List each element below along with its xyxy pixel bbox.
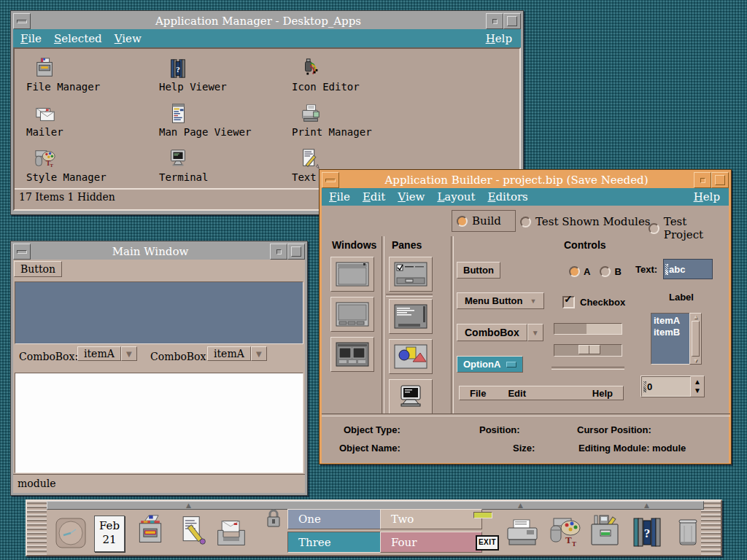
chevron-down-icon[interactable]: ▼ (121, 346, 137, 361)
menu-edit[interactable]: Edit (363, 190, 385, 203)
radio-a[interactable] (569, 266, 580, 277)
text-editor-control[interactable] (177, 514, 209, 546)
combobox-value[interactable]: itemA (207, 346, 251, 361)
subpanel-up-arrow-icon[interactable]: ▲ (644, 502, 649, 510)
app-icon-terminal[interactable]: Terminal (159, 148, 283, 183)
palette-text-pane[interactable] (389, 299, 433, 334)
text-field[interactable]: abc (663, 259, 713, 279)
panel-left-handle[interactable] (27, 501, 47, 555)
calendar-control[interactable]: Feb 21 (94, 516, 125, 552)
chevron-down-icon[interactable]: ▼ (251, 346, 267, 361)
application-manager-control[interactable] (587, 514, 622, 551)
window-menu-button[interactable] (13, 244, 31, 260)
spin-up-icon[interactable]: ▲ (694, 378, 701, 386)
radio-b[interactable] (600, 266, 611, 277)
style-manager-control[interactable]: TT (546, 516, 583, 552)
menu-selected[interactable]: Selected (54, 32, 102, 45)
sample-button[interactable]: Button (14, 261, 62, 277)
application-manager-titlebar[interactable]: Application Manager - Desktop_Apps (13, 13, 521, 29)
control-menu-button[interactable]: Menu Button ▼ (457, 292, 544, 309)
test-project-radio-group[interactable]: Test Project (649, 215, 729, 241)
spin-arrows[interactable]: ▲ ▼ (691, 376, 704, 397)
test-modules-radio[interactable] (520, 217, 531, 228)
mailer-control[interactable] (215, 517, 247, 549)
palette-draw-pane[interactable] (389, 339, 433, 374)
scroll-down-icon[interactable]: ▼ (693, 357, 699, 364)
scroll-up-icon[interactable]: ▲ (693, 314, 699, 320)
maximize-button[interactable] (503, 13, 521, 29)
palette-terminal-pane[interactable] (389, 379, 433, 414)
window-menu-button[interactable] (13, 13, 31, 29)
palette-main-window[interactable] (330, 257, 374, 292)
panel-right-handle[interactable] (701, 501, 721, 555)
subpanel-up-arrow-icon[interactable]: ▲ (518, 502, 523, 510)
control-combobox[interactable]: ComboBox ▼ (457, 324, 543, 341)
combobox[interactable]: itemA ▼ (77, 346, 137, 361)
spin-field[interactable]: 0 (641, 376, 691, 397)
app-icon-help-viewer[interactable]: ? Help Viewer (159, 58, 283, 93)
app-icon-file-manager[interactable]: File Manager (26, 58, 150, 93)
menu-view[interactable]: View (398, 190, 425, 203)
list-scrollbar[interactable]: ▲ ▼ (689, 313, 702, 365)
slider-thumb[interactable] (578, 345, 600, 354)
checkbox-group[interactable]: ✓ Checkbox (562, 296, 625, 308)
menu-layout[interactable]: Layout (437, 190, 475, 203)
app-icon-icon-editor[interactable]: Icon Editor (292, 58, 416, 93)
menubar-file[interactable]: File (470, 388, 486, 399)
text-pane[interactable] (15, 373, 303, 473)
test-modules-radio-group[interactable]: Test Shown Modules (520, 215, 650, 228)
exit-button[interactable]: EXIT (476, 535, 499, 551)
radio-a-group[interactable]: A B (569, 266, 622, 277)
trash-control[interactable] (676, 517, 700, 551)
workspace-one-button[interactable]: One (287, 509, 387, 529)
menu-help[interactable]: Help (694, 190, 720, 203)
lock-control[interactable] (266, 508, 282, 533)
palette-custom-dialog[interactable] (330, 337, 374, 372)
spin-down-icon[interactable]: ▼ (694, 387, 701, 394)
combobox[interactable]: itemA ▼ (207, 346, 267, 361)
palette-dialog-window[interactable] (330, 297, 374, 332)
checkbox[interactable]: ✓ (562, 296, 575, 308)
workspace-four-button[interactable]: Four (380, 532, 482, 553)
slider-thumb-groove (589, 346, 589, 354)
menu-help[interactable]: Help (486, 32, 512, 45)
control-button[interactable]: Button (457, 262, 500, 279)
menu-view[interactable]: View (115, 32, 142, 45)
minimize-button[interactable] (486, 13, 503, 29)
maximize-button[interactable] (711, 172, 729, 188)
list-item[interactable]: itemB (654, 327, 688, 338)
spin-box[interactable]: 0 ▲ ▼ (640, 376, 705, 397)
combobox-value[interactable]: itemA (77, 346, 121, 361)
workspace-two-button[interactable]: Two (380, 509, 482, 529)
app-icon-mailer[interactable]: Mailer (26, 103, 150, 138)
file-manager-control[interactable] (134, 514, 166, 546)
list-box[interactable]: itemA itemB (651, 313, 691, 365)
palette-control-pane[interactable] (389, 257, 433, 292)
menu-editors[interactable]: Editors (488, 190, 528, 203)
menubar-edit[interactable]: Edit (508, 388, 526, 399)
menu-file[interactable]: File (329, 190, 350, 203)
build-radio-group[interactable]: Build (452, 210, 516, 232)
menu-file[interactable]: File (20, 32, 42, 45)
main-window-titlebar[interactable]: Main Window (13, 244, 305, 260)
slider[interactable] (554, 344, 622, 357)
minimize-button[interactable] (694, 172, 711, 188)
minimize-button[interactable] (270, 244, 287, 260)
maximize-button[interactable] (287, 244, 305, 260)
window-menu-button[interactable] (322, 172, 339, 188)
help-control[interactable]: ? (631, 516, 665, 551)
subpanel-up-arrow-icon[interactable]: ▲ (186, 502, 191, 510)
clock-control[interactable] (55, 517, 87, 549)
test-project-radio[interactable] (649, 223, 659, 234)
printer-control[interactable] (505, 518, 540, 551)
build-radio[interactable] (457, 216, 468, 227)
list-item[interactable]: itemA (654, 315, 688, 327)
control-option-menu[interactable]: OptionA (457, 356, 523, 373)
menubar-help[interactable]: Help (592, 388, 613, 399)
app-icon-man-page-viewer[interactable]: Man Page Viewer (159, 103, 283, 138)
application-builder-titlebar[interactable]: Application Builder - project.bip (Save … (322, 172, 729, 188)
app-icon-print-manager[interactable]: Print Manager (292, 103, 416, 138)
scrollbar-thumb[interactable] (692, 321, 700, 357)
app-icon-style-manager[interactable]: TT Style Manager (26, 148, 150, 183)
workspace-three-button[interactable]: Three (287, 532, 387, 553)
